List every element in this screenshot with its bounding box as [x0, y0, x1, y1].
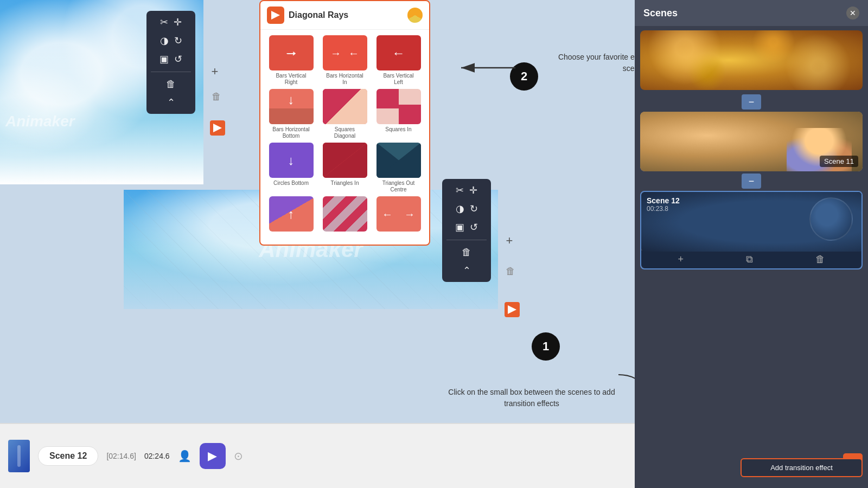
cycle-icon[interactable]: ↻ — [174, 35, 182, 47]
timeline-scene-label[interactable]: Scene 12 — [38, 446, 98, 466]
toolbar-large-delete: 🗑 — [462, 247, 471, 258]
color-large-icon[interactable]: ◑ — [456, 203, 464, 215]
effect-thumb-bars-h-in: → ← — [323, 35, 367, 70]
effect-bars-v-right[interactable]: → Bars VerticalRight — [266, 35, 316, 86]
popup-title: Diagonal Rays — [289, 10, 348, 20]
popup-header-svg-icon — [270, 10, 281, 21]
timeline-time-current: 02:24.6 — [144, 452, 170, 460]
effect-label-bars-h-in: Bars HorizontalIn — [326, 73, 363, 86]
expand-large-icon[interactable]: ⌃ — [463, 265, 471, 277]
squares-diag-fill — [323, 89, 367, 124]
cut-large-icon[interactable]: ✂ — [456, 184, 464, 196]
scene12-controls: + ⧉ 🗑 — [641, 251, 861, 268]
scene12-globe — [809, 197, 853, 241]
cycle-large-icon[interactable]: ↻ — [470, 203, 478, 215]
step-2-circle: 2 — [510, 62, 538, 91]
effect-label-bars-h-bottom: Bars HorizontalBottom — [272, 126, 309, 139]
effect-thumb-row4-3: ← → — [376, 196, 421, 232]
effect-bottom-bar — [269, 108, 314, 124]
cut-icon[interactable]: ✂ — [160, 16, 168, 28]
gold-lights — [640, 30, 863, 90]
box-icon[interactable]: ▣ — [159, 53, 169, 65]
scene12-bg: Scene 12 00:23.8 — [641, 192, 863, 252]
effect-thumb-triangles-in — [323, 143, 367, 178]
sq1 — [376, 89, 399, 108]
effect-squares-diagonal[interactable]: SquaresDiagonal — [320, 89, 370, 139]
add-scene-large-button[interactable]: + — [502, 233, 517, 248]
transition-box-top[interactable] — [210, 120, 225, 136]
svg-marker-1 — [508, 305, 516, 314]
effect-thumb-squares-in — [376, 89, 421, 124]
scenes-panel-title: Scenes — [643, 8, 678, 19]
instruction-text-1: Click on the small box between the scene… — [445, 387, 618, 409]
transition-box-large[interactable] — [505, 302, 520, 317]
popup-spinner[interactable] — [407, 8, 423, 23]
expand-icon[interactable]: ⌃ — [167, 97, 175, 108]
scene12-add-icon[interactable]: + — [678, 254, 684, 265]
effect-label-circles-bottom: Circles Bottom — [273, 180, 309, 187]
toolbar-row-expand: ⌃ — [167, 97, 175, 108]
add-transition-label: Add transition effect — [770, 464, 833, 472]
video-play-icon-timeline[interactable]: ▶ — [200, 443, 226, 469]
scene-gold-card[interactable] — [640, 30, 863, 90]
effects-grid: → Bars VerticalRight → ← Bars Horizontal… — [260, 30, 429, 239]
effect-thumb-row4-2 — [323, 196, 367, 232]
color-icon[interactable]: ◑ — [160, 35, 169, 47]
minus-button-1[interactable]: − — [742, 94, 761, 110]
minus-button-2[interactable]: − — [742, 174, 761, 189]
effect-triangles-out-centre[interactable]: Triangles OutCentre — [373, 143, 424, 193]
box-large-icon[interactable]: ▣ — [455, 221, 464, 233]
delete-top-icon[interactable]: 🗑 — [212, 91, 221, 102]
effect-bars-v-left[interactable]: ← Bars VerticalLeft — [373, 35, 424, 86]
arrow-left-in-icon: ← — [348, 47, 359, 59]
effect-thumb-bars-v-left: ← — [376, 35, 421, 70]
effect-thumb-circles-bottom: ↓ — [269, 143, 314, 178]
delete-large-icon[interactable]: 🗑 — [462, 247, 471, 258]
effect-circles-bottom[interactable]: ↓ Circles Bottom — [266, 143, 316, 193]
effect-bars-h-in[interactable]: → ← Bars HorizontalIn — [320, 35, 370, 86]
effect-thumb-squares-diag — [323, 89, 367, 124]
toolbar-large-expand: ⌃ — [463, 265, 471, 277]
effect-row4-3[interactable]: ← → — [373, 196, 424, 234]
effect-bars-h-bottom[interactable]: ↓ Bars HorizontalBottom — [266, 89, 316, 139]
delete-large-span-icon[interactable]: 🗑 — [506, 266, 515, 277]
delete-icon[interactable]: 🗑 — [166, 79, 176, 90]
scenes-panel: Scenes ✕ − Scene 11 − Scene 12 00:23.8 — [635, 0, 868, 488]
rotate-large-icon[interactable]: ↺ — [470, 221, 478, 233]
toolbar-float: ✂ ✛ ◑ ↻ ▣ ↺ 🗑 ⌃ — [146, 11, 195, 114]
arrow-down-top-icon: ↓ — [288, 92, 295, 107]
scene12-time: 00:23.8 — [647, 205, 680, 213]
camera-icon-timeline[interactable]: ⊙ — [234, 450, 243, 463]
move-icon[interactable]: ✛ — [174, 16, 182, 28]
toolbar-row-1: ✂ ✛ — [160, 16, 182, 28]
user-icon-timeline[interactable]: 👤 — [178, 450, 192, 463]
scene12-card[interactable]: Scene 12 00:23.8 + ⧉ 🗑 — [640, 191, 863, 269]
move-large-icon[interactable]: ✛ — [469, 184, 477, 196]
scene-gold-bg — [640, 30, 863, 90]
effect-squares-in[interactable]: Squares In — [373, 89, 424, 139]
effect-thumb-row4-1: ↑ — [269, 196, 314, 232]
scene11-label: Scene 11 — [820, 156, 858, 167]
effect-row4-2[interactable] — [320, 196, 370, 234]
sq2 — [399, 105, 421, 124]
arrow-right-icon: → — [285, 46, 298, 61]
transition-large-icon — [508, 305, 516, 314]
add-scene-top-button[interactable]: + — [207, 64, 222, 79]
rotate-icon[interactable]: ↺ — [174, 53, 182, 65]
scenes-close-button[interactable]: ✕ — [846, 7, 859, 20]
effect-label-bars-v-right: Bars VerticalRight — [276, 73, 306, 86]
scene-thumb-timeline — [8, 440, 30, 472]
effect-row4-1[interactable]: ↑ — [266, 196, 316, 234]
arrow-up-icon: ↑ — [288, 207, 295, 222]
scene-thumb-inner — [17, 445, 21, 467]
scene12-delete-icon[interactable]: 🗑 — [815, 254, 825, 265]
animaker-logo-top: Animaker — [5, 113, 75, 130]
scene12-copy-icon[interactable]: ⧉ — [746, 254, 753, 265]
scene11-card[interactable]: Scene 11 — [640, 112, 863, 171]
effect-triangles-in[interactable]: Triangles In — [320, 143, 370, 193]
effect-label-squares-in: Squares In — [385, 126, 411, 133]
scene12-name: Scene 12 — [647, 196, 680, 205]
add-transition-box[interactable]: Add transition effect — [741, 458, 863, 477]
popup-header-icon — [267, 7, 284, 24]
timeline-time-range: [02:14.6] — [106, 452, 136, 460]
